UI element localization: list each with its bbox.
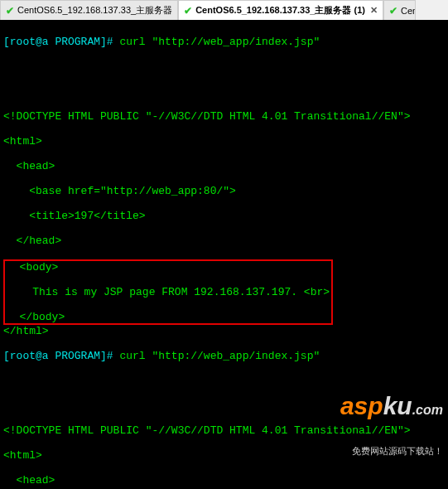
- output-line: </body>: [7, 311, 330, 323]
- output-line: <head>: [3, 474, 445, 487]
- tab-label: CentOS6.5_192.168.137.33_主服务器 (1): [195, 4, 365, 17]
- tab-inactive[interactable]: ✔ CentOS6.5_192.168.137.33_主服务器: [0, 0, 178, 20]
- tab-label: CentOS: [401, 6, 416, 16]
- check-icon: ✔: [6, 5, 14, 17]
- output-line: <!DOCTYPE HTML PUBLIC "-//W3C//DTD HTML …: [3, 424, 445, 437]
- tab-partial[interactable]: ✔ CentOS: [383, 0, 416, 20]
- check-icon: ✔: [184, 5, 192, 17]
- prompt: [root@a PROGRAM]#: [3, 350, 113, 362]
- prompt: [root@a PROGRAM]#: [3, 36, 113, 48]
- tab-active[interactable]: ✔ CentOS6.5_192.168.137.33_主服务器 (1) ✕: [178, 0, 383, 20]
- output-line: </head>: [3, 235, 445, 247]
- output-line: </html>: [3, 325, 445, 337]
- output-line: <title>197</title>: [3, 210, 445, 222]
- output-line: <body>: [7, 261, 330, 274]
- command-text: curl "http://web_app/index.jsp": [119, 350, 320, 362]
- command-text: curl "http://web_app/index.jsp": [119, 36, 320, 48]
- output-line: <html>: [3, 135, 445, 148]
- close-icon[interactable]: ✕: [370, 5, 378, 16]
- tab-label: CentOS6.5_192.168.137.33_主服务器: [17, 4, 172, 17]
- output-line: <html>: [3, 449, 445, 462]
- output-line: <base href="http://web_app:80/">: [3, 185, 445, 197]
- output-line: This is my JSP page FROM 192.168.137.197…: [7, 286, 330, 298]
- output-line: <head>: [3, 160, 445, 172]
- check-icon: ✔: [389, 5, 397, 17]
- highlight-box: <body> This is my JSP page FROM 192.168.…: [3, 259, 333, 325]
- terminal[interactable]: [root@a PROGRAM]# curl "http://web_app/i…: [0, 20, 448, 489]
- output-line: <!DOCTYPE HTML PUBLIC "-//W3C//DTD HTML …: [3, 110, 445, 123]
- tab-bar: ✔ CentOS6.5_192.168.137.33_主服务器 ✔ CentOS…: [0, 0, 448, 20]
